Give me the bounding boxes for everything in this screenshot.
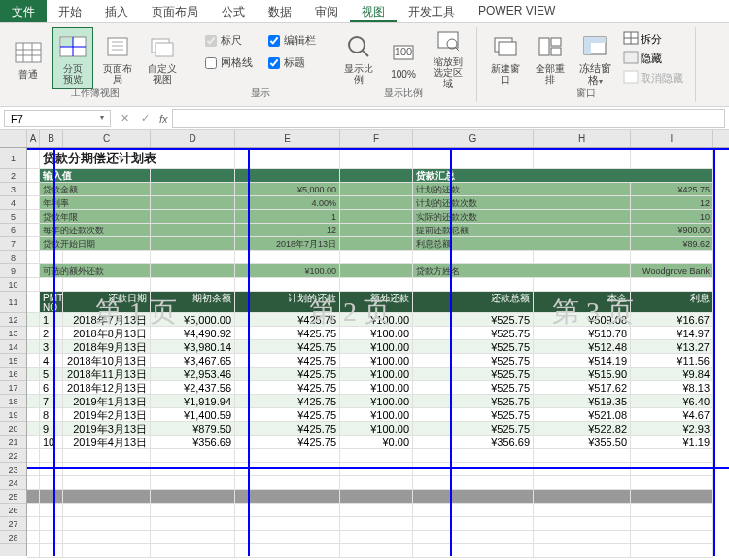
cell[interactable] [534,504,631,517]
cell[interactable]: 2018年11月13日 [63,368,151,381]
cell[interactable] [235,278,340,292]
row-header[interactable]: 8 [0,251,26,264]
table-header-cell[interactable]: 计划的还款 [235,292,340,313]
cell[interactable]: 2018年7月13日 [235,237,340,251]
page-break-line[interactable] [248,148,250,556]
cell[interactable] [534,148,631,169]
cell[interactable]: ¥525.75 [413,327,534,340]
cell[interactable]: ¥525.75 [413,422,534,436]
cell[interactable] [27,436,40,449]
cell[interactable]: 可选的额外还款 [40,264,151,278]
col-header[interactable]: F [340,130,413,147]
cell[interactable] [27,264,40,278]
cell[interactable] [27,368,40,381]
tab-data[interactable]: 数据 [257,0,303,22]
cell[interactable]: ¥509.08 [534,313,631,327]
tab-review[interactable]: 审阅 [303,0,350,22]
cell[interactable]: ¥3,980.14 [151,340,235,354]
col-header[interactable]: B [40,130,63,147]
cell[interactable]: 贷款汇总 [413,169,713,183]
cell[interactable] [40,504,63,517]
cell[interactable]: ¥425.75 [631,183,713,196]
cell[interactable]: ¥4.67 [631,408,713,422]
cell[interactable] [340,169,413,183]
row-header[interactable]: 24 [0,476,26,490]
cell[interactable] [413,531,534,544]
cell[interactable]: ¥1,400.59 [151,408,235,422]
row-header[interactable]: 20 [0,422,26,436]
formula-bar-checkbox[interactable]: 编辑栏 [266,31,318,50]
cell[interactable]: ¥425.75 [235,436,340,449]
cell[interactable]: 5 [40,368,63,381]
cancel-icon[interactable]: ✕ [115,110,135,126]
cell[interactable] [631,517,713,531]
zoom-selection-button[interactable]: 缩放到 选定区域 [428,27,469,89]
table-header-cell[interactable]: 还款日期 [63,292,151,313]
cell[interactable] [413,476,534,490]
cell[interactable]: 每年的还款次数 [40,224,151,237]
cell[interactable] [235,476,340,490]
cell[interactable] [235,531,340,544]
cell[interactable] [63,476,151,490]
cell[interactable] [40,449,63,463]
cell[interactable]: 2019年3月13日 [63,422,151,436]
split-button[interactable]: 拆分 [621,29,685,49]
cell[interactable] [413,517,534,531]
zoom-100-button[interactable]: 100 100% [383,27,424,89]
zoom-button[interactable]: 显示比例 [338,27,379,89]
cell[interactable] [534,251,631,264]
cell[interactable]: ¥425.75 [235,368,340,381]
cell[interactable]: 12 [235,224,340,237]
cell[interactable]: ¥89.62 [631,237,713,251]
cell[interactable] [27,354,40,368]
cell[interactable]: ¥525.75 [413,408,534,422]
cell[interactable] [151,196,235,210]
cell[interactable]: 2 [40,327,63,340]
cell[interactable] [340,251,413,264]
cell[interactable]: ¥2.93 [631,422,713,436]
cell[interactable]: ¥519.35 [534,395,631,408]
cell[interactable]: ¥9.84 [631,368,713,381]
new-window-button[interactable]: 新建窗口 [485,27,526,89]
cell[interactable]: 1 [235,210,340,224]
table-header-cell[interactable]: 本金 [534,292,631,313]
col-header[interactable]: G [413,130,534,147]
cell[interactable]: ¥425.75 [235,313,340,327]
cell[interactable] [27,531,40,544]
cell[interactable] [340,237,413,251]
cell[interactable]: ¥879.50 [151,422,235,436]
cell[interactable] [534,278,631,292]
row-header[interactable]: 11 [0,292,26,313]
cell[interactable] [413,148,534,169]
page-break-line[interactable] [27,148,729,150]
cell[interactable] [27,183,40,196]
cell[interactable]: 8 [40,408,63,422]
row-header[interactable]: 4 [0,196,26,210]
row-header[interactable]: 22 [0,449,26,463]
cell[interactable] [631,463,713,476]
col-header[interactable]: H [534,130,631,147]
cell[interactable] [413,463,534,476]
cell[interactable]: ¥6.40 [631,395,713,408]
row-header[interactable]: 18 [0,395,26,408]
cell[interactable] [151,517,235,531]
cell[interactable] [27,169,40,183]
cell[interactable]: 实际的还款次数 [413,210,631,224]
cell[interactable]: ¥522.82 [534,422,631,436]
cell[interactable]: 7 [40,395,63,408]
col-header[interactable]: C [63,130,151,147]
row-header[interactable]: 17 [0,381,26,395]
cell[interactable]: 2018年12月13日 [63,381,151,395]
tab-view[interactable]: 视图 [350,0,397,22]
cell[interactable] [235,251,340,264]
formula-bar[interactable] [172,109,725,128]
cell[interactable] [27,148,40,169]
row-header[interactable]: 23 [0,463,26,476]
cell[interactable] [235,544,340,558]
cell[interactable]: ¥100.00 [340,422,413,436]
table-header-cell[interactable]: 期初余额 [151,292,235,313]
cell[interactable]: ¥13.27 [631,340,713,354]
row-header[interactable]: 13 [0,327,26,340]
table-header-cell[interactable]: 额外还款 [340,292,413,313]
cell[interactable] [151,224,235,237]
